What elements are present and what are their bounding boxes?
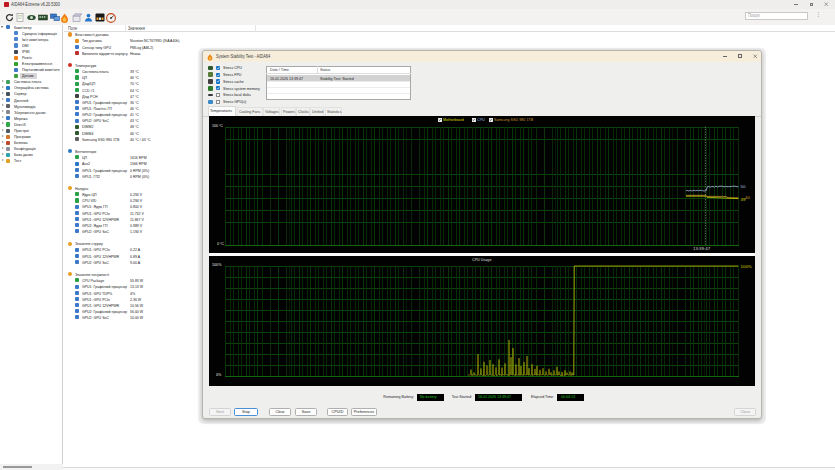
svg-text:13:39:47: 13:39:47: [693, 246, 711, 251]
svg-text:100%: 100%: [741, 263, 752, 268]
svg-text:50: 50: [741, 184, 746, 189]
svg-text:40: 40: [745, 195, 750, 200]
